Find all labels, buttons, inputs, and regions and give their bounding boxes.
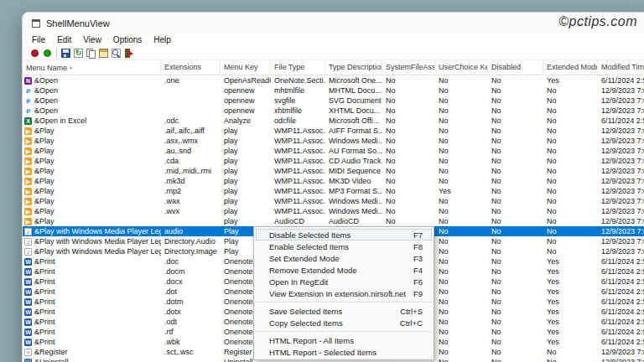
- ext-cell: .odc: [161, 116, 221, 126]
- type_desc-cell: Windows Medi...: [325, 136, 382, 146]
- column-header-disabled[interactable]: Disabled: [488, 60, 543, 75]
- table-row[interactable]: ▶&Play.au,.sndplayWMP11.Assoc...AU Forma…: [23, 146, 644, 156]
- ext-cell: .mid,.midi,.rmi: [161, 166, 221, 176]
- context-menu-item[interactable]: View Extension In extension.nirsoft.netF…: [254, 287, 434, 299]
- column-header-extended[interactable]: Extended Mode: [543, 60, 598, 75]
- extended-cell: Yes: [543, 277, 598, 287]
- excel-icon: X: [24, 117, 32, 125]
- key-cell: OpenAsReadO...: [221, 75, 271, 85]
- disabled-cell: No: [488, 176, 543, 186]
- disabled-cell: No: [488, 186, 543, 196]
- ext-cell: .docx: [161, 277, 221, 287]
- disabled-cell: No: [488, 236, 543, 246]
- table-row[interactable]: e&OpenopennewmhtmlfileMHTML Docu...NoNoN…: [23, 85, 644, 96]
- find-button[interactable]: [110, 47, 122, 59]
- table-row[interactable]: e&OpenopennewsvgfileSVG DocumentNoNoNoNo…: [23, 96, 644, 106]
- user_choice-cell: No: [435, 116, 488, 126]
- table-row[interactable]: ▶&Play.mid,.midi,.rmiplayWMP11.Assoc...M…: [23, 166, 644, 176]
- table-row[interactable]: ▶&Play.waxplayWMP11.Assoc...Windows Medi…: [23, 196, 644, 206]
- context-menu-item[interactable]: Set Extended ModeF3: [254, 252, 434, 264]
- table-row[interactable]: ▶&PlayplayAudioCDAudioCDNoNoNoNo12/9/202…: [23, 216, 644, 226]
- user_choice-cell: No: [435, 307, 488, 317]
- disabled-cell: No: [488, 136, 543, 146]
- column-header-ext[interactable]: Extensions: [161, 60, 221, 75]
- disabled-cell: No: [488, 96, 543, 106]
- table-row[interactable]: X&Open in Excel.odcAnalyzeodcfileMicroso…: [23, 116, 644, 126]
- modified-cell: 6/11/2024 2:55:..: [598, 287, 644, 297]
- file_type-cell: WMP11.Assoc...: [271, 196, 325, 206]
- menu-item-label: Copy Selected Items: [269, 318, 343, 328]
- table-row[interactable]: ▶&Play.wvxplayWMP11.Assoc...Windows Medi…: [23, 206, 644, 216]
- type_desc-cell: MIDI Sequence: [325, 166, 382, 176]
- desktop: ©pctips.com ShellMenuView FileEditViewOp…: [0, 0, 644, 362]
- word-icon: W: [24, 258, 32, 266]
- file_type-cell: mhtmlfile: [271, 85, 325, 96]
- modified-cell: 12/9/2023 7:01:..: [598, 357, 644, 362]
- table-row[interactable]: ▶&Play.mp2playWMP11.Assoc...MP3 Format S…: [23, 186, 644, 196]
- disabled-cell: No: [488, 206, 543, 216]
- title-bar[interactable]: ShellMenuView: [23, 13, 644, 34]
- file_type-cell: WMP11.Assoc...: [271, 176, 325, 186]
- context-menu-item[interactable]: Open In RegEditF6: [254, 276, 434, 287]
- exit-button[interactable]: [122, 47, 135, 59]
- context-menu-item[interactable]: Remove Extended ModeF4: [254, 264, 434, 276]
- column-header-user_choice[interactable]: UserChoice Key: [435, 60, 488, 75]
- disabled-cell: No: [488, 266, 543, 277]
- column-header-sys_assoc[interactable]: SystemFileAss...: [382, 60, 435, 75]
- window-title: ShellMenuView: [46, 18, 110, 28]
- modified-cell: 12/9/2023 7:02:..: [598, 236, 644, 246]
- disable-items-button[interactable]: [29, 47, 41, 59]
- save-button[interactable]: [60, 47, 72, 59]
- extended-cell: No: [543, 126, 598, 136]
- menu-help[interactable]: Help: [148, 34, 177, 46]
- menu-name-cell: e&Open: [23, 106, 161, 116]
- column-header-modified[interactable]: Modified Time: [598, 60, 644, 75]
- user_choice-cell: No: [435, 337, 488, 347]
- menu-file[interactable]: File: [26, 34, 51, 46]
- key-cell: play: [221, 186, 271, 196]
- context-menu-item[interactable]: HTML Report - Selected Items: [254, 346, 434, 358]
- extended-cell: No: [543, 186, 598, 196]
- modified-cell: 12/9/2023 7:02:..: [598, 216, 644, 226]
- column-header-type_desc[interactable]: Type Description: [325, 60, 382, 75]
- word-icon: W: [24, 268, 32, 276]
- enable-items-button[interactable]: [41, 47, 54, 59]
- table-row[interactable]: ▶&Play.asx,.wmxplayWMP11.Assoc...Windows…: [23, 136, 644, 146]
- menu-name-cell: ▶&Play: [23, 206, 161, 216]
- context-menu-item[interactable]: Save Selected ItemsCtrl+S: [254, 305, 434, 317]
- refresh-button[interactable]: [72, 47, 85, 59]
- table-row[interactable]: e&OpenopennewxhtmlfileXHTML Docu...NoNoN…: [23, 106, 644, 116]
- menu-item-shortcut: F4: [413, 266, 423, 275]
- column-header-name[interactable]: Menu Name▴: [23, 60, 161, 75]
- context-menu-item[interactable]: HTML Report - All Items: [254, 334, 434, 346]
- modified-cell: 6/11/2024 2:55:..: [598, 266, 644, 277]
- file_type-cell: WMP11.Assoc...: [271, 126, 325, 136]
- menu-view[interactable]: View: [77, 34, 107, 46]
- extended-cell: Yes: [543, 75, 598, 85]
- menu-name-cell: W&Print: [23, 287, 161, 297]
- context-menu-item[interactable]: Copy Selected ItemsCtrl+C: [254, 317, 434, 328]
- user_choice-cell: No: [435, 136, 488, 146]
- context-menu-item[interactable]: Disable Selected ItemsF7: [256, 229, 432, 240]
- column-header-key[interactable]: Menu Key: [221, 60, 271, 75]
- menu-name-cell: &Uninstall: [23, 357, 161, 362]
- wmp-icon: ▶: [24, 158, 32, 165]
- table-row[interactable]: ▶&Play.mk3dplayWMP11.Assoc...MK3D VideoN…: [23, 176, 644, 186]
- menu-name-cell: ≡&Register: [23, 347, 161, 357]
- menu-edit[interactable]: Edit: [51, 34, 77, 46]
- properties-button[interactable]: [97, 47, 110, 59]
- menu-item-label: Disable Selected Items: [269, 230, 351, 240]
- context-menu-item[interactable]: Enable Selected ItemsF8: [254, 240, 434, 252]
- column-header-file_type[interactable]: File Type: [271, 60, 325, 75]
- table-row[interactable]: ▶&Play.aif,.aifc,.aiffplayWMP11.Assoc...…: [23, 126, 644, 136]
- table-row[interactable]: N&Open.oneOpenAsReadO...OneNote.Secti...…: [23, 75, 644, 85]
- word-icon: W: [24, 339, 32, 346]
- ext-cell: .sct,.wsc: [161, 347, 221, 357]
- menu-name-text: &Print: [34, 337, 55, 347]
- menu-options[interactable]: Options: [107, 34, 148, 46]
- copy-button[interactable]: [85, 47, 97, 59]
- extended-cell: No: [543, 96, 598, 106]
- wmp-legacy-icon: ♪: [24, 238, 32, 246]
- table-row[interactable]: ▶&Play.cdaplayWMP11.Assoc...CD Audio Tra…: [23, 156, 644, 166]
- type_desc-cell: MK3D Video: [325, 176, 382, 186]
